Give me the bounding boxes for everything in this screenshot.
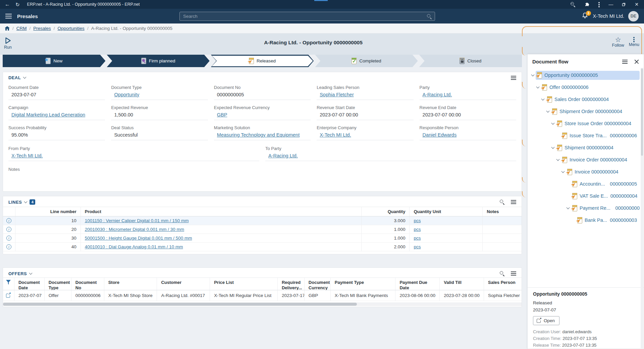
breadcrumb-crm[interactable]: CRM xyxy=(16,26,27,31)
chevron-down-icon[interactable] xyxy=(551,146,554,149)
hamburger-menu-icon[interactable] xyxy=(5,14,12,14)
field-document-no[interactable]: Document No0000000005 xyxy=(214,82,311,100)
col-product[interactable]: Product xyxy=(81,207,362,216)
minimize-icon[interactable]: — xyxy=(608,2,613,7)
field-to-party[interactable]: To PartyA-Racing Ltd. xyxy=(265,143,516,161)
col-document-type[interactable]: Document Type xyxy=(45,278,71,290)
stage-firm-planned[interactable]: Firm planned xyxy=(107,55,209,67)
product-link[interactable]: 20010030 : Micrometer Digital 0.001 mm /… xyxy=(85,227,184,232)
info-icon[interactable]: i xyxy=(6,227,11,232)
offers-search-icon[interactable] xyxy=(499,271,505,276)
chevron-down-icon[interactable] xyxy=(23,76,26,79)
unit-link[interactable]: pcs xyxy=(414,236,421,241)
chevron-down-icon[interactable] xyxy=(566,206,570,209)
search-icon[interactable] xyxy=(427,14,432,19)
field-from-party[interactable]: From PartyX-Tech MI Ltd. xyxy=(8,143,259,161)
field-expected-revenue[interactable]: Expected Revenue1,500.00 xyxy=(111,102,208,120)
field-responsible-person[interactable]: Responsible PersonDaniel Edwards xyxy=(420,122,516,140)
back-icon[interactable]: ← xyxy=(5,2,10,7)
deal-menu-icon[interactable] xyxy=(511,76,516,77)
offers-horizontal-scrollbar[interactable] xyxy=(3,302,522,306)
follow-button[interactable]: ☆ Follow xyxy=(612,36,624,48)
chevron-down-icon[interactable] xyxy=(24,200,28,203)
close-panel-icon[interactable] xyxy=(634,59,639,64)
docflow-node-sales-order[interactable]: Sales Order 0000000004 xyxy=(528,93,642,105)
scrollbar-thumb[interactable] xyxy=(3,303,357,306)
lines-search-icon[interactable] xyxy=(499,199,505,205)
field-enterprise-company[interactable]: Enterprise CompanyX-Tech MI Ltd. xyxy=(317,122,413,140)
col-quantity[interactable]: Quantity xyxy=(362,207,410,216)
unit-link[interactable]: pcs xyxy=(414,218,421,223)
docflow-node-bank-payment[interactable]: Bank Pa...0000000003 xyxy=(528,214,642,226)
docflow-node-invoice-order[interactable]: Invoice Order 0000000004 xyxy=(528,154,642,166)
chevron-down-icon[interactable] xyxy=(546,109,549,113)
chevron-down-icon[interactable] xyxy=(551,121,554,125)
stage-new[interactable]: * New xyxy=(3,55,105,67)
field-document-date[interactable]: Document Date2023-07-07 xyxy=(8,82,105,100)
chevron-down-icon[interactable] xyxy=(531,73,534,77)
info-icon[interactable]: i xyxy=(6,218,11,223)
deal-section-title[interactable]: DEAL xyxy=(8,75,21,80)
breadcrumb-opportunities[interactable]: Opportunities xyxy=(58,26,85,31)
stage-released[interactable]: Released xyxy=(211,55,314,67)
field-leading-sales-person[interactable]: Leading Sales PersonSophia Fletcher xyxy=(317,82,413,100)
lines-menu-icon[interactable] xyxy=(511,200,516,201)
col-quantity-unit[interactable]: Quantity Unit xyxy=(410,207,483,216)
scrollbar-thumb[interactable] xyxy=(641,68,643,156)
unit-link[interactable]: pcs xyxy=(414,227,421,232)
stage-completed[interactable]: ✓ Completed xyxy=(315,55,418,67)
open-document-icon[interactable] xyxy=(6,294,10,298)
docflow-node-offer[interactable]: Offer 0000000006 xyxy=(528,81,642,93)
extensions-puzzle-icon[interactable] xyxy=(584,2,590,7)
field-deal-status[interactable]: Deal StatusSuccessful xyxy=(111,122,208,140)
lines-section-title[interactable]: LINES xyxy=(8,200,22,205)
browser-zoom-icon[interactable] xyxy=(570,2,576,7)
field-campaign[interactable]: CampaignDigital Marketing Lead Generatio… xyxy=(8,102,105,120)
product-link[interactable]: 1001150 : Vernier Caliper Digital 0.01 m… xyxy=(85,218,189,223)
unit-link[interactable]: pcs xyxy=(414,244,421,249)
col-valid-till[interactable]: Valid Till xyxy=(440,278,484,290)
offers-section-title[interactable]: OFFERS xyxy=(8,271,27,276)
chevron-down-icon[interactable] xyxy=(556,158,559,161)
col-price-list[interactable]: Price List xyxy=(210,278,278,290)
docflow-node-payment-requirement[interactable]: Payment Re...000000000 xyxy=(528,202,642,214)
breadcrumb-presales[interactable]: Presales xyxy=(33,26,51,31)
field-party[interactable]: PartyA-Racing Ltd. xyxy=(420,82,516,100)
chevron-down-icon[interactable] xyxy=(541,97,544,101)
field-document-type[interactable]: Document TypeOpportunity xyxy=(111,82,208,100)
chevron-down-icon[interactable] xyxy=(536,85,539,89)
global-search[interactable] xyxy=(179,12,435,21)
col-document-date[interactable]: Document Date xyxy=(14,278,45,290)
open-button[interactable]: Open xyxy=(533,316,559,325)
docflow-node-vat-sale[interactable]: VAT Sale E...0000000004 xyxy=(528,190,642,202)
docflow-node-shipment[interactable]: Shipment 0000000004 xyxy=(528,142,642,154)
home-icon[interactable] xyxy=(5,26,10,31)
col-notes[interactable]: Notes xyxy=(483,207,522,216)
chevron-down-icon[interactable] xyxy=(561,170,565,173)
search-input[interactable] xyxy=(180,14,427,19)
docflow-node-store-issue-order[interactable]: Store Issue Order 0000000004 xyxy=(528,117,642,130)
close-icon[interactable]: ✕ xyxy=(635,2,639,7)
docflow-node-invoice[interactable]: Invoice 0000000004 xyxy=(528,166,642,178)
panel-scrollbar[interactable] xyxy=(641,68,643,348)
info-icon[interactable]: i xyxy=(6,236,11,241)
page-menu-button[interactable]: Menu xyxy=(629,36,639,48)
col-customer[interactable]: Customer xyxy=(157,278,210,290)
col-payment-type[interactable]: Payment Type xyxy=(331,278,396,290)
document-flow-menu-icon[interactable] xyxy=(622,60,628,60)
offers-menu-icon[interactable] xyxy=(511,271,516,272)
offers-row[interactable]: 2023-07-07 Offer 0000000006 X-Tech MI Sh… xyxy=(3,290,522,301)
lines-row[interactable]: i 40 40010010 : Dial Gauge Analog 0.01 m… xyxy=(3,243,522,251)
chevron-down-icon[interactable] xyxy=(29,271,33,275)
docflow-node-shipment-order[interactable]: Shipment Order 0000000004 xyxy=(528,105,642,117)
user-avatar[interactable]: DE xyxy=(628,11,639,21)
docflow-node-accounting[interactable]: Accountin...0000000005 xyxy=(528,178,642,190)
field-success-probability[interactable]: Success Probability95.00% xyxy=(8,122,105,140)
restore-icon[interactable] xyxy=(622,2,626,6)
field-revenue-end-date[interactable]: Revenue End Date2023-07-07 00:00 xyxy=(420,102,516,120)
company-name[interactable]: X-Tech MI Ltd. xyxy=(593,13,624,19)
col-line-number[interactable]: Line number xyxy=(15,207,81,216)
field-revenue-start-date[interactable]: Revenue Start Date2023-07-07 00:00 xyxy=(317,102,413,120)
col-sales-person[interactable]: Sales Person xyxy=(484,278,522,290)
docflow-node-opportunity[interactable]: Opportunity 0000000005 xyxy=(528,69,642,81)
